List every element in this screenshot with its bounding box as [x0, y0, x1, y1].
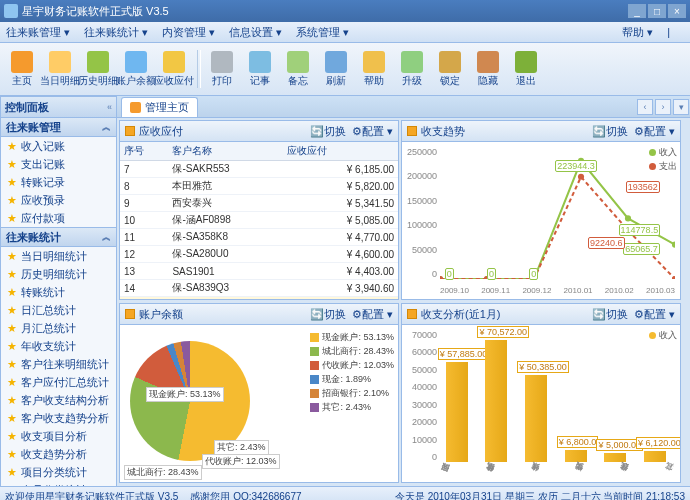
nav-item[interactable]: ★收支趋势分析 [1, 445, 116, 463]
refresh-icon[interactable]: 🔄 [310, 125, 324, 138]
star-icon: ★ [7, 394, 17, 407]
tab-menu-button[interactable]: ▾ [673, 99, 689, 115]
x-axis: 2009.102009.112009.122010.012010.022010.… [440, 286, 675, 295]
minimize-button[interactable]: _ [628, 4, 646, 18]
card-title: 收支趋势 [421, 124, 465, 139]
collapse-icon[interactable]: « [107, 102, 112, 112]
menu-help[interactable]: 帮助 ▾ [622, 25, 653, 40]
star-icon: ★ [7, 376, 17, 389]
maximize-button[interactable]: □ [648, 4, 666, 18]
toolbar-hist[interactable]: 历史明细 [80, 51, 116, 88]
nav-item[interactable]: ★月汇总统计 [1, 319, 116, 337]
card-analysis: 收支分析(近1月) 🔄切换 ⚙配置 ▾ 收入700006000050000400… [401, 303, 681, 483]
switch-button[interactable]: 切换 [324, 124, 346, 139]
nav-section-header[interactable]: 往来账管理︽ [0, 118, 117, 137]
table-row[interactable]: 9西安泰兴¥ 5,341.50 [120, 195, 398, 212]
toolbar-print[interactable]: 打印 [204, 51, 240, 88]
toolbar-day[interactable]: 当日明细 [42, 51, 78, 88]
toolbar-memo[interactable]: 备忘 [280, 51, 316, 88]
star-icon: ★ [7, 158, 17, 171]
nav-item[interactable]: ★客户收支结构分析 [1, 391, 116, 409]
gear-icon[interactable]: ⚙ [634, 125, 644, 138]
toolbar-bal[interactable]: 账户余额 [118, 51, 154, 88]
nav-item[interactable]: ★转账统计 [1, 283, 116, 301]
card-title: 收支分析(近1月) [421, 307, 500, 322]
config-button[interactable]: 配置 [644, 307, 666, 322]
nav-item[interactable]: ★应收预录 [1, 191, 116, 209]
svg-point-4 [625, 215, 631, 221]
config-button[interactable]: 配置 [644, 124, 666, 139]
toolbar-del[interactable]: 刷新 [318, 51, 354, 88]
svg-point-9 [578, 174, 584, 180]
tab-next-button[interactable]: › [655, 99, 671, 115]
dropdown-icon[interactable]: ▾ [669, 125, 675, 138]
table-row[interactable]: 10保-涵AF0898¥ 5,085.00 [120, 212, 398, 229]
table-row[interactable]: 14保-SA839Q3¥ 3,940.60 [120, 280, 398, 297]
nav-item[interactable]: ★人员分类统计 [1, 481, 116, 486]
nav-item[interactable]: ★转账记录 [1, 173, 116, 191]
dropdown-icon[interactable]: ▾ [387, 308, 393, 321]
tab-dashboard[interactable]: 管理主页 [121, 97, 198, 117]
menu-item[interactable]: 信息设置 ▾ [229, 25, 282, 40]
dropdown-icon[interactable]: ▾ [387, 125, 393, 138]
toolbar-exit[interactable]: 退出 [508, 51, 544, 88]
pay-icon [163, 51, 185, 73]
toolbar-home[interactable]: 主页 [4, 51, 40, 88]
data-label: 223944.3 [555, 160, 597, 172]
nav-section-header[interactable]: 往来账统计︽ [0, 228, 117, 247]
menu-item[interactable]: 往来账统计 ▾ [84, 25, 148, 40]
switch-button[interactable]: 切换 [324, 307, 346, 322]
refresh-icon[interactable]: 🔄 [592, 308, 606, 321]
gear-icon[interactable]: ⚙ [634, 308, 644, 321]
toolbar-lock[interactable]: 锁定 [432, 51, 468, 88]
table-row[interactable]: 8本田雅范¥ 5,820.00 [120, 178, 398, 195]
nav-item[interactable]: ★客户收支趋势分析 [1, 409, 116, 427]
nav-item[interactable]: ★收入记账 [1, 137, 116, 155]
menu-item[interactable]: 内资管理 ▾ [162, 25, 215, 40]
nav-item[interactable]: ★当日明细统计 [1, 247, 116, 265]
dropdown-icon[interactable]: ▾ [669, 308, 675, 321]
menu-item[interactable]: 系统管理 ▾ [296, 25, 349, 40]
table-row[interactable]: 11保-SA358K8¥ 4,770.00 [120, 229, 398, 246]
gear-icon[interactable]: ⚙ [352, 125, 362, 138]
nav-item[interactable]: ★历史明细统计 [1, 265, 116, 283]
toolbar-help[interactable]: 帮助 [356, 51, 392, 88]
switch-button[interactable]: 切换 [606, 307, 628, 322]
nav-item[interactable]: ★支出记账 [1, 155, 116, 173]
toolbar-up[interactable]: 升级 [394, 51, 430, 88]
nav-item[interactable]: ★客户应付汇总统计 [1, 373, 116, 391]
nav-item[interactable]: ★项目分类统计 [1, 463, 116, 481]
lock-icon [439, 51, 461, 73]
balance-pie-chart: 现金账户: 53.13%城北商行: 28.43%代收账户: 12.03%现金: … [120, 325, 398, 482]
toolbar-pay[interactable]: 应收应付 [156, 51, 192, 88]
config-button[interactable]: 配置 [362, 307, 384, 322]
table-row[interactable]: 12保-SA280U0¥ 4,600.00 [120, 246, 398, 263]
receivable-table: 序号客户名称应收应付7保-SAKR553¥ 6,185.008本田雅范¥ 5,8… [120, 142, 398, 299]
switch-button[interactable]: 切换 [606, 124, 628, 139]
pie-slice-label: 其它: 2.43% [214, 440, 269, 455]
bar: ¥ 50,385.00 [525, 375, 547, 462]
refresh-icon[interactable]: 🔄 [592, 125, 606, 138]
close-button[interactable]: × [668, 4, 686, 18]
tab-prev-button[interactable]: ‹ [637, 99, 653, 115]
chevron-icon: ︽ [102, 231, 111, 244]
gear-icon[interactable]: ⚙ [352, 308, 362, 321]
star-icon: ★ [7, 304, 17, 317]
col-header: 序号 [120, 142, 168, 161]
table-row[interactable]: 7保-SAKR553¥ 6,185.00 [120, 161, 398, 178]
table-row[interactable]: 13SAS1901¥ 4,403.00 [120, 263, 398, 280]
toolbar-hide[interactable]: 隐藏 [470, 51, 506, 88]
nav-item[interactable]: ★客户往来明细统计 [1, 355, 116, 373]
nav-item[interactable]: ★日汇总统计 [1, 301, 116, 319]
toolbar-save[interactable]: 记事 [242, 51, 278, 88]
nav-item[interactable]: ★收支项目分析 [1, 427, 116, 445]
card-balance: 账户余额 🔄切换 ⚙配置 ▾ 现金账户: 53.13%城北商行: 28.43%代… [119, 303, 399, 483]
nav-item[interactable]: ★应付款项 [1, 209, 116, 227]
bar-label: ¥ 50,385.00 [517, 361, 569, 373]
star-icon: ★ [7, 484, 17, 487]
config-button[interactable]: 配置 [362, 124, 384, 139]
nav-item[interactable]: ★年收支统计 [1, 337, 116, 355]
menu-item[interactable]: 往来账管理 ▾ [6, 25, 70, 40]
nav-scroll: 往来账管理︽★收入记账★支出记账★转账记录★应收预录★应付款项往来账统计︽★当日… [0, 118, 117, 486]
refresh-icon[interactable]: 🔄 [310, 308, 324, 321]
